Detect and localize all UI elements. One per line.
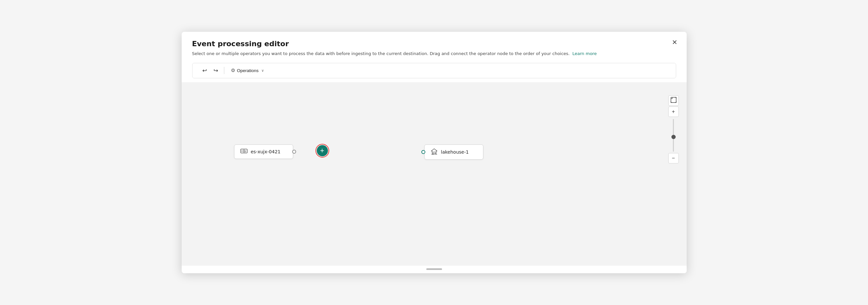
close-button[interactable]: ✕	[669, 38, 680, 47]
toolbar-divider	[224, 67, 224, 74]
add-operation-button[interactable]: +	[317, 145, 328, 156]
zoom-in-button[interactable]: +	[668, 106, 679, 117]
learn-more-link[interactable]: Learn more	[572, 51, 597, 56]
svg-point-1	[241, 150, 242, 151]
event-processing-dialog: Event processing editor Select one or mu…	[182, 32, 687, 273]
svg-rect-6	[671, 97, 676, 103]
destination-node-label: lakehouse-1	[441, 149, 469, 155]
svg-rect-5	[433, 152, 435, 154]
source-node-output-connector	[292, 150, 296, 154]
operations-label: Operations	[237, 68, 259, 73]
add-operation-highlight-border: +	[315, 144, 329, 158]
zoom-controls: + −	[668, 95, 679, 164]
zoom-out-button[interactable]: −	[668, 153, 679, 164]
zoom-slider-track	[673, 119, 674, 152]
zoom-slider-thumb	[671, 135, 676, 139]
add-operation-wrapper: +	[315, 144, 329, 158]
source-node[interactable]: es-xujx-0421	[234, 144, 293, 159]
operations-icon: ⚙	[231, 67, 235, 73]
dialog-subtitle: Select one or multiple operators you wan…	[192, 50, 676, 57]
fit-icon	[671, 97, 677, 104]
dialog-header: Event processing editor Select one or mu…	[182, 32, 687, 57]
destination-node-icon	[431, 148, 438, 156]
undo-button[interactable]: ↩	[200, 66, 209, 75]
dialog-title: Event processing editor	[192, 40, 676, 48]
toolbar: ↩ ↪ ⚙ Operations ∨	[192, 63, 676, 78]
operations-dropdown-button[interactable]: ⚙ Operations ∨	[228, 66, 267, 75]
destination-node[interactable]: lakehouse-1	[424, 144, 483, 160]
source-node-icon	[240, 148, 248, 155]
canvas-area: es-xujx-0421 + lakeho	[182, 82, 687, 266]
source-node-label: es-xujx-0421	[251, 149, 281, 154]
redo-button[interactable]: ↪	[212, 66, 220, 75]
chevron-down-icon: ∨	[261, 68, 264, 73]
zoom-fit-button[interactable]	[668, 95, 679, 106]
scroll-indicator	[426, 268, 442, 270]
destination-node-input-connector	[422, 150, 425, 154]
bottom-bar	[182, 266, 687, 273]
